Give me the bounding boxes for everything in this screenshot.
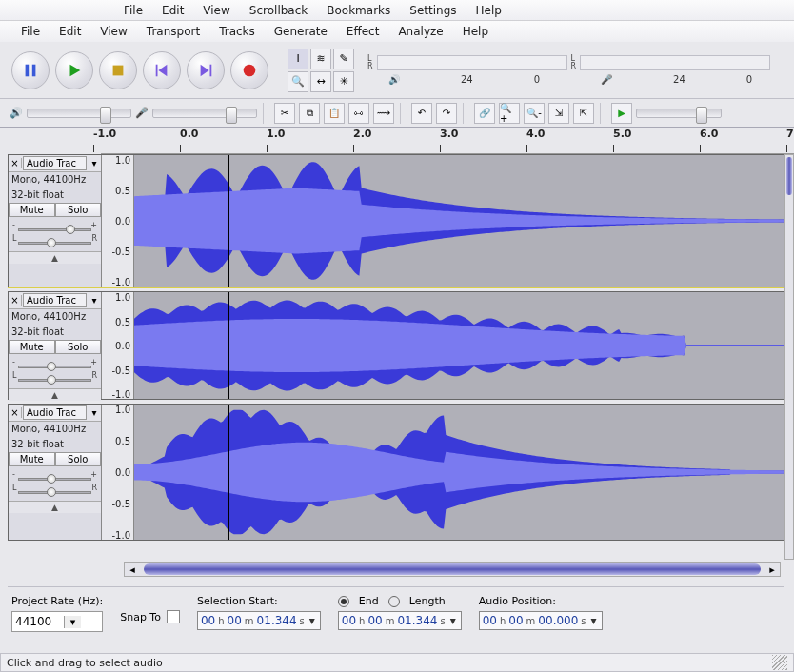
menu-analyze[interactable]: Analyze [388, 21, 452, 42]
menu-generate[interactable]: Generate [265, 21, 337, 42]
scrollbar-thumb[interactable] [144, 563, 761, 575]
project-rate-dropdown-icon[interactable]: ▾ [64, 616, 81, 628]
output-volume-slider[interactable] [27, 109, 131, 118]
play-button[interactable] [55, 51, 93, 89]
redo-button[interactable]: ↷ [436, 103, 457, 124]
paste-button[interactable]: 📋 [324, 103, 345, 124]
solo-button[interactable]: Solo [55, 203, 102, 217]
menu-file[interactable]: File [11, 21, 50, 42]
undo-button[interactable]: ↶ [411, 103, 432, 124]
zoom-in-button[interactable]: 🔍+ [499, 103, 520, 124]
solo-button[interactable]: Solo [55, 452, 102, 466]
pan-slider[interactable]: LR [12, 234, 97, 247]
pause-button[interactable] [11, 51, 50, 89]
menu-transport[interactable]: Transport [137, 21, 209, 42]
bg-menu-item[interactable]: File [114, 0, 152, 20]
track-menu-dropdown[interactable]: ▾ [88, 158, 101, 168]
mute-button[interactable]: Mute [9, 340, 55, 354]
scroll-right-icon[interactable]: ▸ [764, 563, 780, 576]
bg-menu-item[interactable]: Bookmarks [317, 0, 400, 20]
draw-tool[interactable]: ✎ [333, 49, 354, 69]
selection-tool[interactable]: I [288, 49, 308, 69]
track-collapse-button[interactable]: ▲ [9, 501, 101, 513]
stop-button[interactable] [99, 51, 137, 89]
trim-button[interactable]: ⧟ [348, 103, 369, 124]
length-radio[interactable] [388, 596, 400, 607]
audio-position-label: Audio Position: [479, 595, 603, 607]
menu-view[interactable]: View [90, 21, 136, 42]
selection-toolbar: Project Rate (Hz): ▾ Snap To Selection S… [8, 586, 784, 653]
play-at-speed-button[interactable]: ▶ [611, 103, 632, 124]
amplitude-scale: 1.00.50.0-0.5-1.0 [102, 405, 134, 540]
bg-menu-item[interactable]: Settings [400, 0, 466, 20]
project-rate-input[interactable] [12, 612, 64, 631]
menu-help[interactable]: Help [453, 21, 498, 42]
bg-menu-item[interactable]: Help [466, 0, 511, 20]
selection-start-time[interactable]: 00h 00m 01.344s ▾ [197, 611, 321, 630]
track-format: Mono, 44100Hz [9, 309, 101, 325]
track-menu-dropdown[interactable]: ▾ [88, 407, 101, 418]
cut-button[interactable]: ✂ [274, 103, 295, 124]
waveform-display[interactable] [134, 405, 784, 540]
copy-button[interactable]: ⧉ [299, 103, 320, 124]
resize-grip-icon[interactable] [772, 655, 787, 670]
pan-slider[interactable]: LR [12, 484, 97, 497]
transport-toolbar: I ≋ ✎ 🔍 ↔ ✳ LR LR 🔊 24 0 🎤 24 0 [0, 42, 794, 99]
bg-menu-item[interactable]: Scrollback [240, 0, 317, 20]
input-volume-slider[interactable] [152, 109, 257, 118]
solo-button[interactable]: Solo [55, 340, 102, 354]
waveform-display[interactable] [134, 292, 784, 399]
track-name[interactable]: Audio Trac [23, 405, 87, 420]
menu-effect[interactable]: Effect [337, 21, 389, 42]
skip-end-button[interactable] [187, 51, 225, 89]
gain-slider[interactable]: -+ [12, 221, 97, 234]
mute-button[interactable]: Mute [9, 452, 55, 466]
waveform-display[interactable] [134, 155, 784, 287]
bg-menu-item[interactable]: View [193, 0, 239, 20]
track-collapse-button[interactable]: ▲ [9, 388, 101, 401]
pan-slider[interactable]: LR [12, 371, 97, 385]
record-button[interactable] [230, 51, 268, 89]
track-menu-dropdown[interactable]: ▾ [88, 295, 101, 306]
menu-edit[interactable]: Edit [50, 21, 90, 42]
mute-button[interactable]: Mute [9, 203, 55, 217]
silence-button[interactable]: ⟿ [373, 103, 394, 124]
track-close-button[interactable]: × [9, 407, 22, 418]
edit-tools: I ≋ ✎ 🔍 ↔ ✳ [288, 49, 354, 92]
envelope-tool[interactable]: ≋ [310, 49, 331, 69]
svg-marker-2 [70, 64, 81, 76]
gain-slider[interactable]: -+ [12, 470, 97, 484]
track-name[interactable]: Audio Trac [23, 156, 87, 170]
sync-lock-button[interactable]: 🔗 [474, 103, 495, 124]
snap-to-checkbox[interactable] [167, 610, 180, 623]
menu-tracks[interactable]: Tracks [209, 21, 265, 42]
record-meter[interactable] [580, 55, 770, 70]
skip-start-button[interactable] [143, 51, 181, 89]
status-text: Click and drag to select audio [7, 657, 163, 669]
timeline[interactable]: -1.00.01.02.03.04.05.06.07.0 [0, 128, 794, 154]
edit-toolbar: 🔊 🎤 ✂ ⧉ 📋 ⧟ ⟿ ↶ ↷ 🔗 🔍+ 🔍- ⇲ ⇱ ▶ [0, 99, 794, 128]
playback-speed-slider[interactable] [636, 109, 722, 118]
bg-menu-item[interactable]: Edit [152, 0, 193, 20]
gain-slider[interactable]: -+ [12, 358, 97, 371]
end-radio[interactable] [338, 596, 349, 607]
vertical-scrollbar[interactable] [784, 154, 794, 560]
track-name[interactable]: Audio Trac [23, 293, 87, 307]
selection-end-time[interactable]: 00h 00m 01.344s ▾ [338, 611, 462, 630]
zoom-out-button[interactable]: 🔍- [524, 103, 545, 124]
track-collapse-button[interactable]: ▲ [9, 251, 101, 264]
project-rate-select[interactable]: ▾ [11, 611, 103, 632]
track-close-button[interactable]: × [9, 158, 22, 168]
timeshift-tool[interactable]: ↔ [310, 71, 331, 92]
audio-position-time[interactable]: 00h 00m 00.000s ▾ [479, 611, 603, 630]
status-bar: Click and drag to select audio [0, 653, 794, 672]
multi-tool[interactable]: ✳ [333, 71, 354, 92]
zoom-tool[interactable]: 🔍 [288, 71, 308, 92]
end-label: End [359, 595, 379, 607]
track-close-button[interactable]: × [9, 295, 22, 306]
scroll-left-icon[interactable]: ◂ [125, 563, 140, 576]
playback-meter[interactable] [377, 55, 567, 70]
fit-selection-button[interactable]: ⇲ [548, 103, 569, 124]
fit-project-button[interactable]: ⇱ [573, 103, 594, 124]
horizontal-scrollbar[interactable]: ◂ ▸ [124, 562, 781, 577]
